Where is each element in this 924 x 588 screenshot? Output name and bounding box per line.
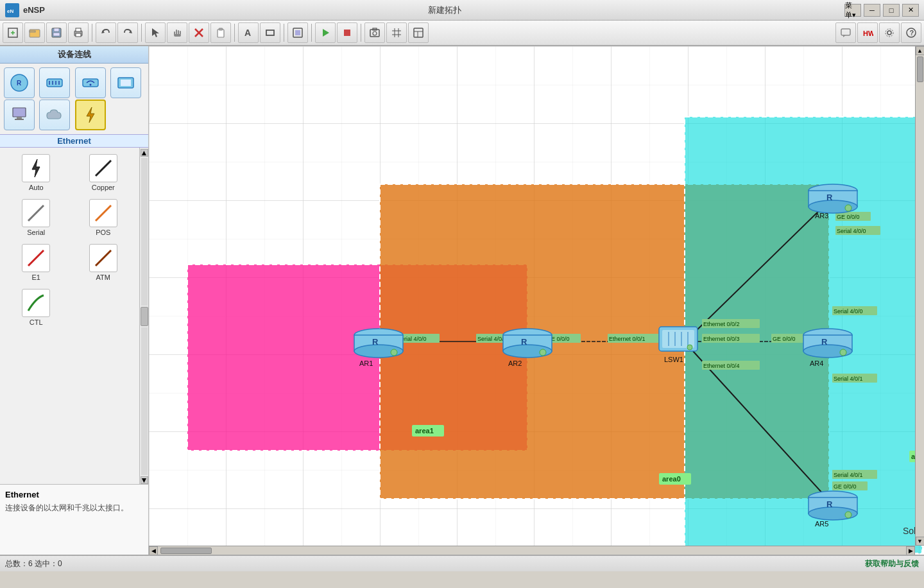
device-ar3[interactable]: R [809, 184, 857, 213]
sidebar-title: 设备连线 [0, 46, 148, 64]
play-button[interactable] [315, 22, 336, 43]
svg-rect-9 [53, 33, 60, 36]
port-lsw1-eth3-text: Ethernet 0/0/3 [703, 336, 740, 342]
minimize-button[interactable]: ─ [864, 4, 880, 17]
sidebar-scrollbar[interactable]: ▲ ▼ [139, 148, 148, 484]
svg-line-66 [96, 205, 111, 221]
topology-button[interactable] [408, 22, 429, 43]
cable-e1[interactable]: E1 [4, 241, 69, 284]
device-ethernet[interactable] [75, 99, 106, 130]
port-ar4-serial1-text: Serial 4/0/0 [834, 308, 863, 315]
device-ar4[interactable]: R [803, 329, 852, 358]
svg-rect-17 [178, 30, 179, 35]
device-ar1[interactable]: R [354, 329, 403, 358]
toolbar-separator-6 [361, 24, 361, 42]
settings-button[interactable] [879, 22, 900, 43]
text-button[interactable]: A [238, 22, 259, 43]
new-button[interactable] [3, 22, 23, 43]
area0-label: area0 [662, 475, 681, 483]
select-button[interactable] [145, 22, 166, 43]
svg-point-97 [845, 205, 851, 211]
undo-button[interactable] [96, 22, 116, 43]
hand-button[interactable] [167, 22, 187, 43]
cable-pos[interactable]: POS [71, 196, 136, 239]
device-wifi[interactable] [75, 67, 106, 98]
svg-text:A: A [244, 28, 251, 38]
help-feedback-link[interactable]: 获取帮助与反馈 [865, 558, 919, 569]
port-ar3-serial-text: Serial 4/0/0 [837, 228, 866, 234]
cable-auto-icon [22, 154, 50, 182]
maximize-button[interactable]: □ [883, 4, 900, 17]
cable-types-grid: Auto Copper [0, 148, 139, 333]
svg-point-56 [89, 84, 91, 86]
cable-auto[interactable]: Auto [4, 151, 69, 194]
svg-text:HW: HW [863, 30, 873, 37]
vertical-scrollbar[interactable]: ▲ ▼ [915, 46, 924, 546]
toolbar-separator-4 [284, 24, 284, 42]
cable-ctl[interactable]: CTL [4, 286, 69, 329]
port-ar5-ge-text: GE 0/0/0 [834, 483, 857, 490]
print-button[interactable] [68, 22, 89, 43]
toolbar: A HW ? [0, 21, 924, 46]
svg-text:eN: eN [7, 8, 13, 14]
selected-label: 选中： [33, 559, 58, 568]
svg-rect-60 [17, 117, 22, 119]
port-ar4-ge-text: GE 0/0/0 [773, 336, 796, 342]
help-button[interactable]: ? [901, 22, 921, 43]
device-ar3-label: AR3 [815, 212, 828, 220]
svg-point-33 [373, 31, 377, 35]
app-name: eNSP [23, 5, 45, 15]
device-ar2[interactable]: R [503, 329, 552, 358]
cable-copper[interactable]: Copper [71, 151, 136, 194]
save-button[interactable] [46, 22, 67, 43]
delete-button[interactable] [189, 22, 209, 43]
device-ar5-label: AR5 [815, 520, 828, 528]
cable-pos-label: POS [96, 229, 110, 236]
close-button[interactable]: ✕ [902, 4, 919, 17]
open-button[interactable] [24, 22, 45, 43]
svg-point-92 [840, 349, 846, 356]
port-ar4-serial2-text: Serial 4/0/1 [834, 376, 863, 382]
cable-copper-icon [89, 154, 117, 182]
svg-line-65 [28, 205, 44, 221]
device-ar4-label: AR4 [810, 359, 823, 367]
cable-atm[interactable]: ATM [71, 241, 136, 284]
capture-button[interactable] [364, 22, 385, 43]
svg-rect-61 [15, 119, 24, 120]
svg-marker-15 [152, 28, 159, 37]
total-label: 总数： [5, 559, 28, 568]
rect-button[interactable] [260, 22, 280, 43]
redo-button[interactable] [117, 22, 138, 43]
svg-marker-29 [323, 29, 329, 37]
svg-rect-26 [266, 30, 274, 35]
canvas-area[interactable]: Serial 4/0/0 Serial 4/0/0 GE 0/0/0 Ether… [149, 46, 924, 555]
menu-button[interactable]: 菜 单▾ [844, 4, 861, 17]
device-ar1-label: AR1 [359, 359, 373, 367]
zoom-fit-button[interactable] [287, 22, 308, 43]
device-router[interactable]: R [4, 67, 35, 98]
device-cloud[interactable] [39, 99, 70, 130]
svg-rect-24 [219, 28, 223, 30]
port-ar2-serial-left-text: Serial 4/0/0 [477, 336, 507, 342]
toolbar-separator-3 [234, 24, 235, 42]
horizontal-scrollbar[interactable]: ◀ ▶ [149, 546, 915, 555]
area1-label: area1 [415, 427, 434, 435]
cable-ctl-icon [22, 289, 50, 317]
device-switch[interactable] [39, 67, 70, 98]
window-title: 新建拓扑 [428, 4, 461, 16]
grid-button[interactable] [386, 22, 407, 43]
stop-button[interactable] [337, 22, 357, 43]
svg-point-75 [391, 349, 397, 356]
device-pc[interactable] [4, 99, 35, 130]
app-logo: eN [5, 3, 19, 17]
cable-serial[interactable]: Serial [4, 196, 69, 239]
huawei-button[interactable]: HW [857, 22, 878, 43]
chat-button[interactable] [835, 22, 856, 43]
device-ar5[interactable]: R [809, 491, 857, 520]
device-lsw1[interactable] [659, 327, 697, 351]
device-other[interactable] [110, 67, 141, 98]
clipboard-button[interactable] [210, 22, 231, 43]
cable-e1-icon [22, 244, 50, 272]
titlebar: eN eNSP 新建拓扑 菜 单▾ ─ □ ✕ [0, 0, 924, 21]
svg-text:?: ? [910, 29, 914, 37]
